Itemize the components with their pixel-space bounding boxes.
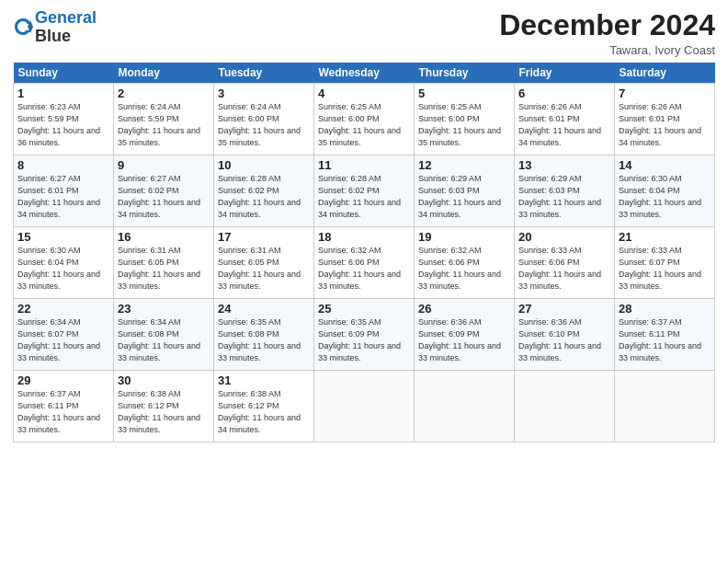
day-cell: 20 Sunrise: 6:33 AMSunset: 6:06 PMDaylig… — [515, 227, 615, 299]
day-cell: 27 Sunrise: 6:36 AMSunset: 6:10 PMDaylig… — [515, 299, 615, 371]
day-number: 24 — [218, 302, 310, 316]
weekday-header-saturday: Saturday — [615, 63, 715, 84]
day-info: Sunrise: 6:28 AMSunset: 6:02 PMDaylight:… — [218, 173, 310, 221]
day-info: Sunrise: 6:28 AMSunset: 6:02 PMDaylight:… — [318, 173, 410, 221]
weekday-header-friday: Friday — [515, 63, 615, 84]
day-cell: 26 Sunrise: 6:36 AMSunset: 6:09 PMDaylig… — [415, 299, 515, 371]
week-row-2: 8 Sunrise: 6:27 AMSunset: 6:01 PMDayligh… — [14, 155, 715, 227]
day-cell: 23 Sunrise: 6:34 AMSunset: 6:08 PMDaylig… — [114, 299, 214, 371]
title-block: December 2024 Tawara, Ivory Coast — [499, 9, 715, 57]
day-cell: 12 Sunrise: 6:29 AMSunset: 6:03 PMDaylig… — [415, 155, 515, 227]
day-number: 4 — [318, 86, 410, 100]
day-number: 31 — [218, 373, 310, 387]
day-info: Sunrise: 6:36 AMSunset: 6:09 PMDaylight:… — [418, 316, 510, 364]
weekday-header-tuesday: Tuesday — [214, 63, 314, 84]
location: Tawara, Ivory Coast — [499, 43, 715, 57]
day-number: 3 — [218, 86, 310, 100]
day-info: Sunrise: 6:25 AMSunset: 6:00 PMDaylight:… — [318, 101, 410, 149]
day-number: 20 — [518, 230, 610, 244]
logo-text: General Blue — [35, 9, 97, 46]
day-number: 30 — [118, 373, 210, 387]
day-cell: 3 Sunrise: 6:24 AMSunset: 6:00 PMDayligh… — [214, 84, 314, 155]
day-number: 13 — [518, 158, 610, 172]
day-number: 8 — [17, 158, 109, 172]
day-info: Sunrise: 6:24 AMSunset: 5:59 PMDaylight:… — [118, 101, 210, 149]
weekday-header-row: SundayMondayTuesdayWednesdayThursdayFrid… — [14, 63, 715, 84]
day-number: 27 — [518, 302, 610, 316]
day-cell: 9 Sunrise: 6:27 AMSunset: 6:02 PMDayligh… — [114, 155, 214, 227]
day-info: Sunrise: 6:25 AMSunset: 6:00 PMDaylight:… — [418, 101, 510, 149]
day-cell: 8 Sunrise: 6:27 AMSunset: 6:01 PMDayligh… — [14, 155, 114, 227]
day-info: Sunrise: 6:33 AMSunset: 6:06 PMDaylight:… — [518, 245, 610, 293]
day-cell: 25 Sunrise: 6:35 AMSunset: 6:09 PMDaylig… — [314, 299, 415, 371]
day-info: Sunrise: 6:31 AMSunset: 6:05 PMDaylight:… — [118, 245, 210, 293]
week-row-4: 22 Sunrise: 6:34 AMSunset: 6:07 PMDaylig… — [14, 299, 715, 371]
day-info: Sunrise: 6:27 AMSunset: 6:01 PMDaylight:… — [17, 173, 109, 221]
day-number: 18 — [318, 230, 410, 244]
day-info: Sunrise: 6:29 AMSunset: 6:03 PMDaylight:… — [518, 173, 610, 221]
day-cell: 2 Sunrise: 6:24 AMSunset: 5:59 PMDayligh… — [114, 84, 214, 155]
day-number: 1 — [17, 86, 109, 100]
day-number: 19 — [418, 230, 510, 244]
week-row-5: 29 Sunrise: 6:37 AMSunset: 6:11 PMDaylig… — [14, 371, 715, 442]
day-cell: 10 Sunrise: 6:28 AMSunset: 6:02 PMDaylig… — [214, 155, 314, 227]
day-cell: 18 Sunrise: 6:32 AMSunset: 6:06 PMDaylig… — [314, 227, 415, 299]
day-cell: 7 Sunrise: 6:26 AMSunset: 6:01 PMDayligh… — [615, 84, 715, 155]
day-cell: 29 Sunrise: 6:37 AMSunset: 6:11 PMDaylig… — [14, 371, 114, 442]
day-cell: 31 Sunrise: 6:38 AMSunset: 6:12 PMDaylig… — [214, 371, 314, 442]
day-number: 2 — [118, 86, 210, 100]
day-number: 23 — [118, 302, 210, 316]
day-info: Sunrise: 6:31 AMSunset: 6:05 PMDaylight:… — [218, 245, 310, 293]
day-cell — [615, 371, 715, 442]
day-cell: 17 Sunrise: 6:31 AMSunset: 6:05 PMDaylig… — [214, 227, 314, 299]
day-info: Sunrise: 6:33 AMSunset: 6:07 PMDaylight:… — [619, 245, 711, 293]
day-info: Sunrise: 6:36 AMSunset: 6:10 PMDaylight:… — [518, 316, 610, 364]
day-number: 12 — [418, 158, 510, 172]
day-info: Sunrise: 6:23 AMSunset: 5:59 PMDaylight:… — [17, 101, 109, 149]
day-number: 22 — [17, 302, 109, 316]
logo: General Blue — [13, 9, 97, 46]
day-number: 7 — [619, 86, 711, 100]
day-cell: 22 Sunrise: 6:34 AMSunset: 6:07 PMDaylig… — [14, 299, 114, 371]
day-cell: 5 Sunrise: 6:25 AMSunset: 6:00 PMDayligh… — [415, 84, 515, 155]
page: General Blue December 2024 Tawara, Ivory… — [0, 0, 728, 563]
day-info: Sunrise: 6:26 AMSunset: 6:01 PMDaylight:… — [619, 101, 711, 149]
day-info: Sunrise: 6:32 AMSunset: 6:06 PMDaylight:… — [318, 245, 410, 293]
day-info: Sunrise: 6:32 AMSunset: 6:06 PMDaylight:… — [418, 245, 510, 293]
day-cell: 14 Sunrise: 6:30 AMSunset: 6:04 PMDaylig… — [615, 155, 715, 227]
day-cell — [415, 371, 515, 442]
day-cell: 30 Sunrise: 6:38 AMSunset: 6:12 PMDaylig… — [114, 371, 214, 442]
week-row-1: 1 Sunrise: 6:23 AMSunset: 5:59 PMDayligh… — [14, 84, 715, 155]
day-info: Sunrise: 6:29 AMSunset: 6:03 PMDaylight:… — [418, 173, 510, 221]
calendar-table: SundayMondayTuesdayWednesdayThursdayFrid… — [13, 63, 715, 442]
logo-icon — [13, 17, 33, 37]
weekday-header-monday: Monday — [114, 63, 214, 84]
weekday-header-wednesday: Wednesday — [314, 63, 415, 84]
day-info: Sunrise: 6:38 AMSunset: 6:12 PMDaylight:… — [118, 388, 210, 436]
day-number: 11 — [318, 158, 410, 172]
day-info: Sunrise: 6:30 AMSunset: 6:04 PMDaylight:… — [619, 173, 711, 221]
day-number: 29 — [17, 373, 109, 387]
day-number: 16 — [118, 230, 210, 244]
day-number: 6 — [518, 86, 610, 100]
day-info: Sunrise: 6:26 AMSunset: 6:01 PMDaylight:… — [518, 101, 610, 149]
day-cell: 4 Sunrise: 6:25 AMSunset: 6:00 PMDayligh… — [314, 84, 415, 155]
day-cell — [314, 371, 415, 442]
week-row-3: 15 Sunrise: 6:30 AMSunset: 6:04 PMDaylig… — [14, 227, 715, 299]
day-info: Sunrise: 6:27 AMSunset: 6:02 PMDaylight:… — [118, 173, 210, 221]
day-number: 9 — [118, 158, 210, 172]
weekday-header-thursday: Thursday — [415, 63, 515, 84]
day-info: Sunrise: 6:34 AMSunset: 6:07 PMDaylight:… — [17, 316, 109, 364]
day-info: Sunrise: 6:37 AMSunset: 6:11 PMDaylight:… — [619, 316, 711, 364]
day-number: 25 — [318, 302, 410, 316]
day-number: 14 — [619, 158, 711, 172]
day-cell: 21 Sunrise: 6:33 AMSunset: 6:07 PMDaylig… — [615, 227, 715, 299]
day-cell: 6 Sunrise: 6:26 AMSunset: 6:01 PMDayligh… — [515, 84, 615, 155]
day-info: Sunrise: 6:34 AMSunset: 6:08 PMDaylight:… — [118, 316, 210, 364]
day-number: 17 — [218, 230, 310, 244]
weekday-header-sunday: Sunday — [14, 63, 114, 84]
day-number: 28 — [619, 302, 711, 316]
day-cell: 19 Sunrise: 6:32 AMSunset: 6:06 PMDaylig… — [415, 227, 515, 299]
day-cell: 28 Sunrise: 6:37 AMSunset: 6:11 PMDaylig… — [615, 299, 715, 371]
month-title: December 2024 — [499, 9, 715, 41]
